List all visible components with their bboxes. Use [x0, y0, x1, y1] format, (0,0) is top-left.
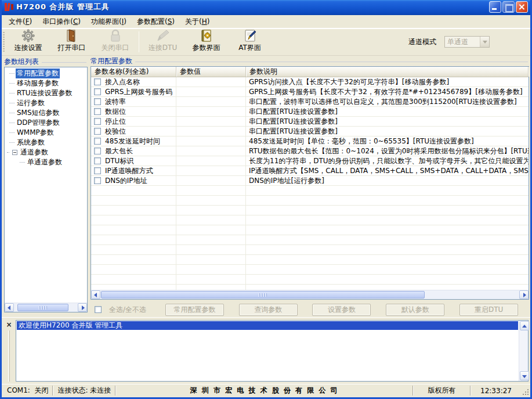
param-value-cell[interactable]: [176, 265, 246, 274]
common-params-button[interactable]: 常用配置参数: [165, 304, 224, 316]
param-value-cell[interactable]: [176, 225, 246, 235]
param-value-cell[interactable]: [176, 117, 246, 126]
maximize-button[interactable]: [502, 1, 515, 13]
default-params-button[interactable]: 默认参数: [386, 304, 444, 316]
tree-item-2[interactable]: RTU连接设置参数: [5, 88, 87, 98]
table-row-empty: [91, 235, 529, 245]
param-value-cell[interactable]: [176, 215, 246, 225]
param-value-cell[interactable]: [176, 176, 246, 185]
param-value-cell[interactable]: [176, 186, 246, 195]
param-value-cell[interactable]: [176, 97, 246, 106]
param-value-cell[interactable]: [176, 275, 246, 284]
scroll-left-icon[interactable]: [91, 290, 100, 299]
tree-item-5[interactable]: DDP管理参数: [5, 118, 87, 128]
channel-mode-select[interactable]: 单通道: [444, 36, 490, 48]
tree-scroll-thumb[interactable]: [17, 304, 68, 311]
tree-item-7[interactable]: 系统参数: [5, 138, 87, 148]
tree-item-1[interactable]: 移动服务参数: [5, 78, 87, 88]
table-row-2[interactable]: 波特率串口配置，波特率可以选择也可以自定义，其范围是300到115200[RTU…: [91, 97, 529, 107]
table-row-6[interactable]: 485发送延时时间485发送延时时间【单位：毫秒，范围：0~65535】[RTU…: [91, 136, 529, 146]
close-button[interactable]: [516, 1, 528, 13]
param-name: IP通道唤醒方式: [105, 166, 153, 175]
table-row-7[interactable]: 最大包长RTU数据包的最大包长【范围：0~1024，设置为0时将采用数据包分隔标…: [91, 146, 529, 156]
tree-item-label: DDP管理参数: [16, 118, 61, 128]
toolbar-grip[interactable]: [3, 32, 5, 52]
param-value-cell[interactable]: [176, 127, 246, 136]
param-value-cell[interactable]: [176, 87, 246, 96]
param-value-cell[interactable]: [176, 166, 246, 175]
menu-about[interactable]: 关于(H): [180, 15, 215, 28]
connect-dtu-button[interactable]: 连接DTU: [141, 28, 184, 55]
params-ui-button[interactable]: 参数界面: [184, 28, 228, 55]
param-value-cell[interactable]: [176, 206, 246, 215]
select-all-checkbox[interactable]: [95, 306, 102, 313]
table-row-5[interactable]: 校验位串口配置[RTU连接设置参数]: [91, 127, 529, 136]
row-checkbox[interactable]: [94, 78, 101, 85]
scroll-right-icon[interactable]: [78, 303, 87, 312]
row-checkbox[interactable]: [94, 128, 101, 135]
row-checkbox[interactable]: [94, 157, 101, 164]
row-checkbox[interactable]: [94, 98, 101, 105]
column-header-name[interactable]: 参数名称(列全选): [91, 67, 176, 77]
table-row-10[interactable]: DNS的IP地址DNS的IP地址[运行参数]: [91, 176, 529, 186]
close-serial-button[interactable]: 关闭串口: [93, 28, 137, 55]
row-checkbox[interactable]: [94, 148, 101, 154]
menu-function-ui[interactable]: 功能界面(I): [86, 15, 132, 28]
row-checkbox[interactable]: [94, 177, 101, 184]
table-row-3[interactable]: 数据位串口配置[RTU连接设置参数]: [91, 107, 529, 117]
minimize-button[interactable]: [489, 1, 501, 13]
tree-item-8[interactable]: 通道参数: [5, 148, 87, 157]
set-params-button[interactable]: 设置参数: [312, 304, 371, 316]
open-serial-button[interactable]: 打开串口: [50, 28, 93, 55]
scroll-up-icon[interactable]: [520, 321, 529, 330]
param-value-cell[interactable]: [176, 107, 246, 116]
table-row-9[interactable]: IP通道唤醒方式IP通道唤醒方式【SMS，CALL，DATA，SMS+CALL，…: [91, 166, 529, 176]
column-header-description[interactable]: 参数说明: [246, 67, 529, 77]
menu-serial-ops[interactable]: 串口操作(C): [37, 15, 86, 28]
row-checkbox[interactable]: [94, 167, 101, 174]
param-value-cell[interactable]: [176, 146, 246, 156]
tree-item-0[interactable]: 常用配置参数: [5, 69, 87, 78]
param-value-cell[interactable]: [176, 77, 246, 87]
table-horizontal-scrollbar[interactable]: [91, 290, 529, 299]
tree-item-9[interactable]: 单通道参数: [5, 157, 87, 167]
tree-item-4[interactable]: SMS短信参数: [5, 108, 87, 118]
column-header-value[interactable]: 参数值: [176, 67, 246, 77]
scroll-left-icon[interactable]: [5, 303, 14, 312]
param-value-cell[interactable]: [176, 235, 246, 245]
table-row-0[interactable]: 接入点名称GPRS访问接入点【长度不大于32的可见字符串】[移动服务参数]: [91, 77, 529, 87]
menu-bar: 文件(F)串口操作(C)功能界面(I)参数配置(S)关于(H): [2, 15, 530, 28]
table-row-8[interactable]: DTU标识长度为11的字符串，DTU的身份识别码，只能以数字、加号或字母开头，其…: [91, 156, 529, 166]
tree-item-3[interactable]: 运行参数: [5, 98, 87, 108]
menu-file[interactable]: 文件(F): [3, 15, 37, 28]
restart-dtu-button[interactable]: 重启DTU: [459, 304, 518, 316]
row-checkbox[interactable]: [94, 108, 101, 115]
log-line-0[interactable]: 欢迎使用H7200 合并版 管理工具: [17, 321, 518, 330]
row-checkbox[interactable]: [94, 118, 101, 125]
resize-grip-icon[interactable]: [521, 387, 529, 396]
menu-param-config[interactable]: 参数配置(S): [132, 15, 180, 28]
param-value-cell[interactable]: [176, 196, 246, 205]
scroll-right-icon[interactable]: [519, 290, 529, 299]
table-row-1[interactable]: GPRS上网拨号服务码GPRS上网拨号服务码【长度不大于32，有效字符是*#+0…: [91, 87, 529, 97]
log-vertical-scrollbar[interactable]: [519, 321, 528, 381]
row-checkbox[interactable]: [94, 138, 101, 145]
tree-horizontal-scrollbar[interactable]: [5, 303, 87, 312]
collapse-minus-icon[interactable]: [12, 150, 17, 155]
row-checkbox[interactable]: [94, 88, 101, 95]
scroll-down-icon[interactable]: [520, 371, 529, 380]
param-value-cell[interactable]: [176, 245, 246, 254]
table-row-4[interactable]: 停止位串口配置[RTU连接设置参数]: [91, 117, 529, 127]
connection-settings-button[interactable]: 连接设置: [6, 28, 50, 55]
param-value-cell[interactable]: [176, 255, 246, 264]
chevron-down-icon[interactable]: [480, 37, 489, 47]
param-value-cell[interactable]: [176, 136, 246, 146]
tree-item-6[interactable]: WMMP参数: [5, 128, 87, 138]
param-value-cell[interactable]: [176, 285, 246, 290]
at-ui-button[interactable]: AT界面: [228, 28, 272, 55]
table-scroll-thumb[interactable]: [101, 291, 425, 299]
query-params-button[interactable]: 查询参数: [239, 304, 298, 316]
param-value-cell[interactable]: [176, 156, 246, 166]
closed-lock-icon: [110, 29, 121, 42]
close-log-icon[interactable]: ×: [5, 321, 13, 329]
